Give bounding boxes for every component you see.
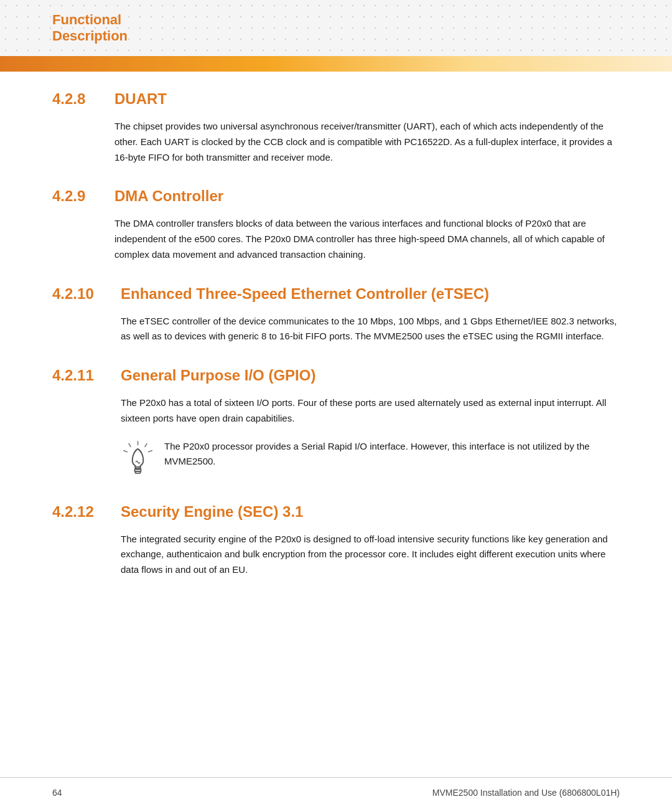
section-4-2-12: 4.2.12 Security Engine (SEC) 3.1 The int… (52, 503, 620, 578)
svg-line-1 (129, 443, 131, 446)
svg-line-4 (149, 450, 152, 451)
section-heading-4-2-11: 4.2.11 General Purpose I/O (GPIO) (52, 367, 620, 384)
section-4-2-10: 4.2.10 Enhanced Three-Speed Ethernet Con… (52, 285, 620, 345)
section-heading-4-2-12: 4.2.12 Security Engine (SEC) 3.1 (52, 503, 620, 521)
footer-page-number: 64 (52, 788, 62, 798)
lightbulb-icon (121, 440, 164, 481)
svg-line-2 (145, 443, 147, 446)
section-number-4-2-11: 4.2.11 (52, 367, 121, 384)
section-number-4-2-10: 4.2.10 (52, 285, 121, 303)
header-title-bar: Functional Description (0, 0, 162, 56)
main-content: 4.2.8 DUART The chipset provides two uni… (0, 72, 672, 638)
gpio-note-text: The P20x0 processor provides a Serial Ra… (164, 438, 620, 470)
svg-rect-8 (135, 471, 140, 473)
section-heading-4-2-9: 4.2.9 DMA Controller (52, 187, 620, 205)
section-body-4-2-9: The DMA controller transfers blocks of d… (114, 216, 620, 262)
section-body-4-2-10: The eTSEC controller of the device commu… (121, 314, 620, 345)
section-title-4-2-12: Security Engine (SEC) 3.1 (121, 503, 303, 521)
section-heading-4-2-10: 4.2.10 Enhanced Three-Speed Ethernet Con… (52, 285, 620, 303)
section-title-4-2-11: General Purpose I/O (GPIO) (121, 367, 315, 384)
section-title-4-2-9: DMA Controller (114, 187, 223, 205)
section-4-2-8: 4.2.8 DUART The chipset provides two uni… (52, 90, 620, 165)
footer: 64 MVME2500 Installation and Use (680680… (0, 777, 672, 807)
section-number-4-2-12: 4.2.12 (52, 503, 121, 521)
section-number-4-2-8: 4.2.8 (52, 90, 114, 108)
section-title-4-2-10: Enhanced Three-Speed Ethernet Controller… (121, 285, 489, 303)
orange-accent-bar (0, 56, 672, 72)
header: Functional Description (0, 0, 672, 72)
section-title-4-2-8: DUART (114, 90, 167, 108)
section-heading-4-2-8: 4.2.8 DUART (52, 90, 620, 108)
section-body-4-2-8: The chipset provides two universal async… (114, 119, 620, 165)
section-4-2-11: 4.2.11 General Purpose I/O (GPIO) The P2… (52, 367, 620, 481)
lightbulb-svg (121, 440, 155, 481)
section-body-4-2-12: The integrated security engine of the P2… (121, 532, 620, 578)
section-body-4-2-11: The P20x0 has a total of sixteen I/O por… (121, 395, 620, 427)
section-4-2-9: 4.2.9 DMA Controller The DMA controller … (52, 187, 620, 262)
section-number-4-2-9: 4.2.9 (52, 187, 114, 205)
footer-document-title: MVME2500 Installation and Use (6806800L0… (432, 788, 620, 798)
svg-line-3 (124, 450, 128, 451)
page-title: Functional Description (52, 12, 162, 44)
note-box-gpio: The P20x0 processor provides a Serial Ra… (121, 438, 620, 481)
